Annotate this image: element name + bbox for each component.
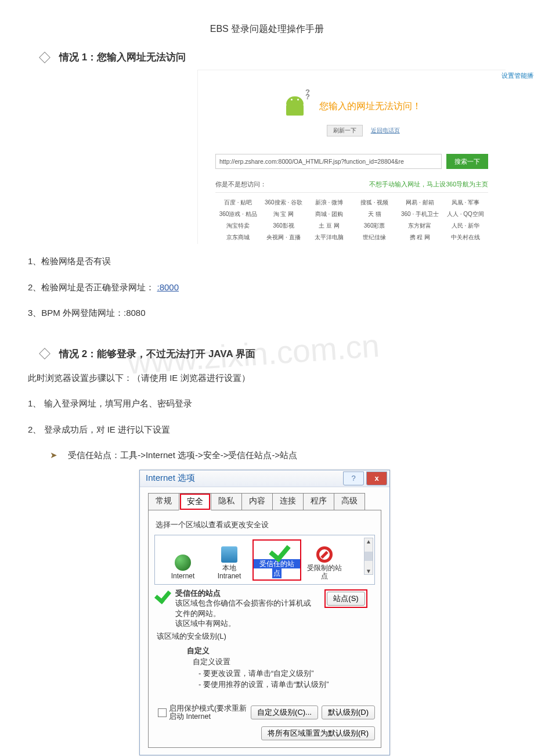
help-button[interactable]: ? <box>343 471 364 485</box>
sites-button[interactable]: 站点(S) <box>327 592 365 606</box>
nav-link-grid: 百度 · 贴吧360搜索 · 谷歌新浪 · 微博搜狐 · 视频网易 · 邮箱凤凰… <box>215 199 488 242</box>
custom-settings-label: 自定义设置 <box>193 656 375 668</box>
diamond-icon <box>39 348 50 359</box>
zone-trusted-label2: 点 <box>272 568 282 578</box>
close-button[interactable]: x <box>366 471 387 485</box>
trusted-title: 受信任的站点 <box>175 588 317 599</box>
step-1-2: 2、检验网址是否正确登录网址： :8000 <box>28 279 511 296</box>
nav-link[interactable]: 360游戏 · 精品 <box>215 210 261 218</box>
security-panel: 选择一个区域以查看或更改安全设 Internet 本地 Intranet 受信任… <box>148 510 381 748</box>
zone-restricted-label2: 点 <box>301 572 348 580</box>
zone-intranet[interactable]: 本地 Intranet <box>206 546 252 581</box>
url-input[interactable] <box>215 154 442 169</box>
android-icon: ?? <box>282 93 308 119</box>
tab-内容[interactable]: 内容 <box>241 493 273 510</box>
section2-title-text: 情况 2：能够登录，不过无法打开 JAVA 界面 <box>59 347 255 361</box>
tab-常规[interactable]: 常规 <box>148 493 179 510</box>
nav-link[interactable]: 京东商城 <box>215 233 261 242</box>
step-2-2: 2、 登录成功后，对 IE 进行以下设置 <box>28 422 511 438</box>
section1-title-text: 情况 1：您输入网址无法访问 <box>59 51 186 64</box>
tab-高级[interactable]: 高级 <box>334 493 365 510</box>
step-2-sub: ➤ 受信任站点：工具->Internet 选项->安全->受信任站点->站点 <box>50 447 511 464</box>
step-1-2-pre: 2、检验网址是否正确登录网址： <box>28 282 154 292</box>
protect-mode-checkbox[interactable] <box>158 708 167 717</box>
screenshot-360-error: 设置管能播误页 ?? 您输入的网址无法访问！ 刷新一下 近回电话页 搜索一下 你… <box>197 70 506 244</box>
nav-link[interactable]: 360影视 <box>261 222 306 230</box>
suggest-tip[interactable]: 不想手动输入网址，马上设360导航为主页 <box>369 181 488 189</box>
diamond-icon <box>39 52 50 63</box>
zones-scrollbar[interactable]: ▲ ▼ <box>364 538 373 575</box>
nav-link[interactable]: 搜狐 · 视频 <box>352 199 397 207</box>
custom-line1: - 要更改设置，请单击“自定义级别” <box>199 668 375 679</box>
search-button[interactable]: 搜索一下 <box>446 154 488 169</box>
internet-options-dialog: Internet 选项 ? x 常规安全隐私内容连接程序高级 选择一个区域以查看… <box>139 470 390 756</box>
nav-link[interactable]: 淘 宝 网 <box>261 210 306 218</box>
nav-link[interactable]: 360搜索 · 谷歌 <box>261 199 306 207</box>
nav-link[interactable]: 凤凰 · 军事 <box>443 199 488 207</box>
check-icon <box>269 542 285 558</box>
nav-link[interactable]: 360彩票 <box>352 222 397 230</box>
nav-link[interactable]: 人人 · QQ空间 <box>443 210 488 218</box>
refresh-button[interactable]: 刷新一下 <box>327 125 363 136</box>
nav-link[interactable]: 新浪 · 微博 <box>306 199 352 207</box>
zone-internet-label: Internet <box>160 572 206 580</box>
nav-link[interactable]: 世纪佳缘 <box>352 233 397 242</box>
custom-line2: - 要使用推荐的设置，请单击“默认级别” <box>199 679 375 690</box>
arrow-icon: ➤ <box>50 450 57 460</box>
tab-隐私[interactable]: 隐私 <box>211 493 242 510</box>
nav-link[interactable]: 360 · 手机卫士 <box>397 210 442 218</box>
zone-intranet-label1: 本地 <box>206 564 252 572</box>
dialog-titlebar[interactable]: Internet 选项 ? x <box>140 470 389 487</box>
tab-安全[interactable]: 安全 <box>179 493 211 510</box>
nav-link[interactable]: 网易 · 邮箱 <box>397 199 442 207</box>
forbidden-icon <box>316 546 333 563</box>
level-label: 该区域的安全级别(L) <box>157 631 375 642</box>
nav-link[interactable]: 天 猫 <box>352 210 397 218</box>
step-2-sub-text: 受信任站点：工具->Internet 选项->安全->受信任站点->站点 <box>68 450 297 460</box>
zone-restricted-label1: 受限制的站 <box>301 564 348 572</box>
dialog-title: Internet 选项 <box>146 473 195 484</box>
zone-intranet-label2: Intranet <box>206 572 252 580</box>
nav-link[interactable]: 商城 · 团购 <box>306 210 352 218</box>
zone-prompt: 选择一个区域以查看或更改安全设 <box>156 520 375 530</box>
zone-internet[interactable]: Internet <box>160 555 206 580</box>
error-heading: 您输入的网址无法访问！ <box>319 100 421 113</box>
nav-link[interactable]: 土 豆 网 <box>306 222 352 230</box>
suggest-label: 你是不是想访问： <box>215 181 266 189</box>
reset-all-button[interactable]: 将所有区域重置为默认级别(R) <box>261 726 375 740</box>
zones-listbox[interactable]: Internet 本地 Intranet 受信任的站 点 受限制的站 点 <box>154 535 375 585</box>
step-1-3: 3、BPM 外网登陆网址：:8080 <box>28 305 511 322</box>
nav-link[interactable]: 淘宝特卖 <box>215 222 261 230</box>
zone-restricted[interactable]: 受限制的站 点 <box>301 546 348 581</box>
doc-title: EBS 登录问题处理操作手册 <box>23 23 511 35</box>
protect-label-2: 启动 Internet <box>169 712 211 721</box>
nav-link[interactable]: 央视网 · 直播 <box>261 233 306 242</box>
custom-label: 自定义 <box>187 645 375 657</box>
nav-link[interactable]: 东方财富 <box>397 222 442 230</box>
trusted-desc: 该区域包含你确信不会损害你的计算机或文件的网站。 <box>175 598 317 618</box>
nav-link[interactable]: 中关村在线 <box>443 233 488 242</box>
default-level-button[interactable]: 默认级别(D) <box>322 705 375 719</box>
custom-level-button[interactable]: 自定义级别(C)... <box>251 705 318 719</box>
section2-heading: 情况 2：能够登录，不过无法打开 JAVA 界面 <box>41 347 511 361</box>
section1-heading: 情况 1：您输入网址无法访问 <box>41 51 511 64</box>
nav-link[interactable]: 百度 · 贴吧 <box>215 199 261 207</box>
port-8000-link[interactable]: :8000 <box>157 282 179 292</box>
protect-label-1: 启用保护模式(要求重新 <box>169 704 247 712</box>
step-2-1: 1、 输入登录网址，填写用户名、密码登录 <box>28 395 511 412</box>
zone-trusted[interactable]: 受信任的站 点 <box>252 539 301 581</box>
tabs-row: 常规安全隐私内容连接程序高级 <box>148 493 389 510</box>
tab-连接[interactable]: 连接 <box>272 493 304 510</box>
step-1-1: 1、检验网络是否有误 <box>28 253 511 270</box>
scroll-down-icon[interactable]: ▼ <box>365 568 373 574</box>
settings-link[interactable]: 设置管能播误页 <box>501 71 534 80</box>
section2-intro: 此时浏览器设置步骤以下：（请使用 IE 浏览器进行设置） <box>28 370 511 387</box>
nav-link[interactable]: 太平洋电脑 <box>306 233 352 242</box>
nav-link[interactable]: 人民 · 新华 <box>443 222 488 230</box>
check-icon <box>154 588 174 603</box>
tab-程序[interactable]: 程序 <box>303 493 334 510</box>
scroll-up-icon[interactable]: ▲ <box>365 538 373 545</box>
back-link[interactable]: 近回电话页 <box>371 127 400 134</box>
trusted-has-sites: 该区域中有网站。 <box>175 618 317 629</box>
nav-link[interactable]: 携 程 网 <box>397 233 442 242</box>
